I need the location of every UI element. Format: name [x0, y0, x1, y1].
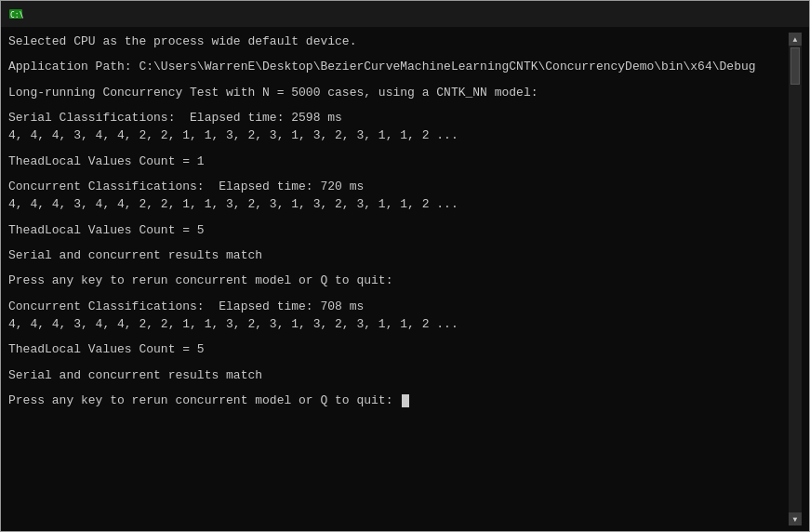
- console-line: Concurrent Classifications: Elapsed time…: [8, 298, 789, 316]
- svg-text:C:\: C:\: [10, 11, 23, 20]
- console-line: Serial and concurrent results match: [8, 246, 789, 265]
- console-line: [8, 290, 789, 298]
- console-line: [8, 51, 789, 59]
- console-line: TheadLocal Values Count = 5: [8, 340, 789, 359]
- console-body: Selected CPU as the process wide default…: [1, 27, 809, 531]
- console-line: Press any key to rerun concurrent model …: [8, 272, 789, 290]
- console-line: TheadLocal Values Count = 5: [8, 221, 789, 240]
- console-line: [8, 170, 789, 178]
- scroll-thumb[interactable]: [790, 47, 800, 85]
- console-icon: C:\: [8, 7, 23, 21]
- text-cursor: [402, 394, 409, 407]
- scroll-down-button[interactable]: ▼: [789, 512, 802, 525]
- console-line: TheadLocal Values Count = 1: [8, 153, 789, 171]
- console-line: [8, 334, 789, 341]
- console-line: 4, 4, 4, 3, 4, 4, 2, 2, 1, 1, 3, 2, 3, 1…: [8, 195, 789, 214]
- title-bar-left: C:\: [8, 7, 29, 21]
- console-line: Selected CPU as the process wide default…: [8, 33, 789, 51]
- console-line: 4, 4, 4, 3, 4, 4, 2, 2, 1, 1, 3, 2, 3, 1…: [8, 315, 789, 334]
- console-window: C:\ Selected CPU as the process wide def…: [0, 0, 810, 532]
- console-line: Long-running Concurrency Test with N = 5…: [8, 84, 789, 102]
- console-line: [8, 265, 789, 273]
- console-output: Selected CPU as the process wide default…: [8, 33, 789, 525]
- console-line: 4, 4, 4, 3, 4, 4, 2, 2, 1, 1, 3, 2, 3, 1…: [8, 126, 789, 145]
- console-line: Serial and concurrent results match: [8, 366, 789, 385]
- scroll-track: [789, 46, 802, 512]
- title-bar: C:\: [1, 1, 809, 27]
- console-line: [8, 359, 789, 366]
- scrollbar[interactable]: ▲ ▼: [789, 33, 802, 525]
- minimize-button[interactable]: [676, 1, 718, 27]
- console-line: [8, 101, 789, 109]
- console-line: [8, 384, 789, 392]
- scroll-up-button[interactable]: ▲: [789, 33, 802, 46]
- console-line: [8, 76, 789, 84]
- close-button[interactable]: [760, 1, 802, 27]
- console-line: [8, 239, 789, 246]
- window-controls: [676, 1, 802, 27]
- console-line: Concurrent Classifications: Elapsed time…: [8, 178, 789, 196]
- console-line: Press any key to rerun concurrent model …: [8, 392, 789, 410]
- console-line: [8, 145, 789, 153]
- console-line: Application Path: C:\Users\WarrenE\Deskt…: [8, 58, 789, 76]
- console-line: [8, 214, 789, 221]
- console-line: Serial Classifications: Elapsed time: 25…: [8, 109, 789, 127]
- maximize-button[interactable]: [718, 1, 760, 27]
